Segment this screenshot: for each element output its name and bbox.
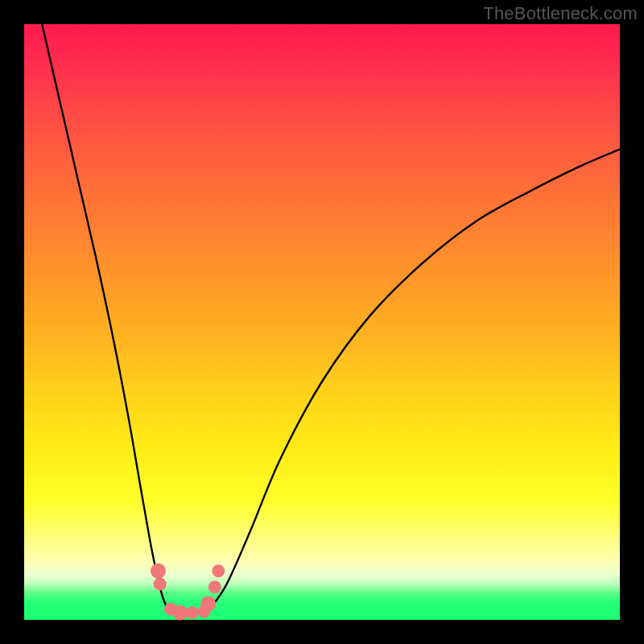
highlight-dot <box>208 580 221 593</box>
highlight-dot <box>200 597 216 612</box>
highlight-dot <box>172 605 188 621</box>
highlight-dot <box>154 578 167 591</box>
bottleneck-curve <box>42 24 620 613</box>
highlight-dot <box>151 564 166 579</box>
plot-frame <box>24 24 620 620</box>
highlight-dot <box>186 606 199 619</box>
curve-layer <box>24 24 620 620</box>
highlight-dot <box>212 564 225 577</box>
attribution-text: TheBottleneck.com <box>483 3 638 24</box>
